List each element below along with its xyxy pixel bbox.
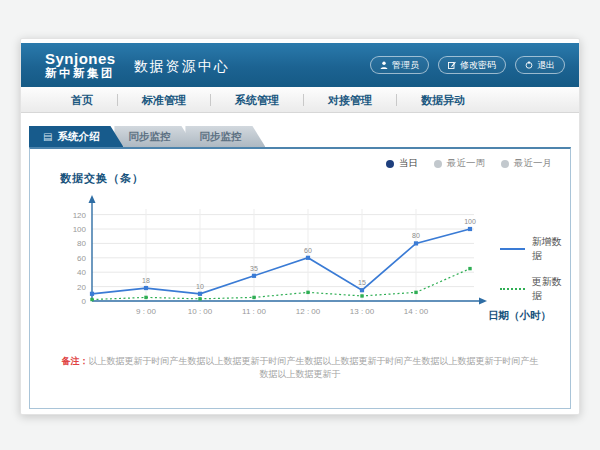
svg-text:10: 10	[196, 283, 204, 290]
tab-bar: ▤ 系统介绍 同步监控 同步监控	[29, 126, 579, 147]
svg-text:18: 18	[142, 277, 150, 284]
svg-text:9 : 00: 9 : 00	[136, 307, 157, 316]
legend-line-dotted-icon	[500, 288, 525, 290]
svg-text:80: 80	[77, 239, 86, 248]
line-chart: 0204060801001209 : 0010 : 0011 : 0012 : …	[54, 189, 504, 321]
legend-line-solid-icon	[500, 248, 525, 250]
legend-new-data-label: 新增数据	[532, 235, 570, 263]
nav-item-docking-management[interactable]: 对接管理	[304, 87, 396, 113]
svg-text:100: 100	[464, 218, 476, 225]
header: Synjones 新中新集团 数据资源中心 管理员 修改密码 退出	[21, 43, 579, 87]
svg-text:60: 60	[304, 247, 312, 254]
legend-update-data-label: 更新数据	[532, 275, 570, 303]
radio-selected-icon	[386, 160, 394, 168]
main-nav: 首页 标准管理 系统管理 对接管理 数据异动	[21, 87, 579, 113]
svg-text:80: 80	[412, 232, 420, 239]
tab-system-intro-label: 系统介绍	[57, 126, 99, 147]
svg-text:20: 20	[77, 283, 86, 292]
admin-user-label: 管理员	[392, 59, 419, 72]
logo-cn-text: 新中新集团	[45, 67, 116, 79]
chart-panel: 当日 最近一周 最近一月 数据交换（条） 0204060801001209 : …	[29, 147, 571, 409]
svg-text:100: 100	[73, 225, 87, 234]
time-range-filter: 当日 最近一周 最近一月	[386, 157, 552, 170]
svg-text:0: 0	[82, 297, 87, 306]
radio-last-week-label: 最近一周	[447, 157, 485, 170]
change-password-label: 修改密码	[460, 59, 496, 72]
logout-button[interactable]: 退出	[515, 56, 565, 74]
chart-legend: 新增数据 更新数据	[500, 235, 570, 315]
document-icon: ▤	[43, 132, 52, 142]
radio-today-label: 当日	[399, 157, 418, 170]
app-window: Synjones 新中新集团 数据资源中心 管理员 修改密码 退出	[20, 38, 580, 415]
svg-text:10 : 00: 10 : 00	[188, 307, 213, 316]
user-icon	[380, 61, 388, 69]
nav-item-home[interactable]: 首页	[47, 87, 117, 113]
footnote-text: 以上数据更新于时间产生数据以上数据更新于时间产生数据以上数据更新于时间产生数据以…	[89, 356, 539, 379]
y-axis-title: 数据交换（条）	[60, 171, 144, 186]
radio-unselected-icon	[501, 160, 509, 168]
svg-text:12 : 00: 12 : 00	[296, 307, 321, 316]
tab-sync-monitor-2-label: 同步监控	[199, 126, 241, 147]
tab-sync-monitor-2[interactable]: 同步监控	[185, 126, 265, 147]
svg-text:15: 15	[358, 279, 366, 286]
svg-text:13 : 00: 13 : 00	[350, 307, 375, 316]
svg-text:40: 40	[77, 268, 86, 277]
nav-item-system-management[interactable]: 系统管理	[211, 87, 303, 113]
svg-text:35: 35	[250, 265, 258, 272]
svg-text:120: 120	[73, 211, 87, 220]
radio-unselected-icon	[434, 160, 442, 168]
legend-item-update-data: 更新数据	[500, 275, 570, 303]
logo-en-text: Synjones	[45, 51, 116, 67]
logout-label: 退出	[537, 59, 555, 72]
nav-item-data-change[interactable]: 数据异动	[397, 87, 489, 113]
radio-last-month[interactable]: 最近一月	[501, 157, 552, 170]
admin-user-button[interactable]: 管理员	[370, 56, 429, 74]
tab-sync-monitor-1[interactable]: 同步监控	[114, 126, 194, 147]
radio-today[interactable]: 当日	[386, 157, 418, 170]
power-icon	[525, 61, 533, 69]
svg-text:14 : 00: 14 : 00	[404, 307, 429, 316]
footnote-prefix: 备注：	[62, 356, 89, 366]
radio-last-month-label: 最近一月	[514, 157, 552, 170]
change-password-button[interactable]: 修改密码	[438, 56, 506, 74]
svg-text:11 : 00: 11 : 00	[242, 307, 266, 316]
footnote: 备注：以上数据更新于时间产生数据以上数据更新于时间产生数据以上数据更新于时间产生…	[30, 355, 570, 381]
company-logo: Synjones 新中新集团	[45, 51, 116, 79]
nav-item-standard-management[interactable]: 标准管理	[118, 87, 210, 113]
edit-icon	[448, 61, 456, 69]
svg-text:60: 60	[77, 254, 86, 263]
header-actions: 管理员 修改密码 退出	[370, 56, 565, 74]
page-title: 数据资源中心	[134, 58, 230, 76]
tab-system-intro[interactable]: ▤ 系统介绍	[29, 126, 123, 147]
tab-sync-monitor-1-label: 同步监控	[128, 126, 170, 147]
legend-item-new-data: 新增数据	[500, 235, 570, 263]
radio-last-week[interactable]: 最近一周	[434, 157, 485, 170]
